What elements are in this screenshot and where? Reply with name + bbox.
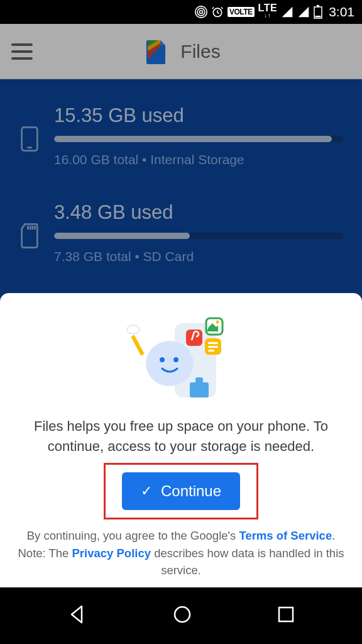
volte-badge: VOLTE — [228, 7, 255, 17]
status-bar: VOLTE LTE↓↑ 3:01 — [0, 0, 362, 24]
svg-point-14 — [146, 341, 194, 386]
check-icon: ✓ — [141, 483, 152, 499]
svg-rect-5 — [317, 5, 319, 7]
privacy-link[interactable]: Privacy Policy — [72, 547, 151, 560]
back-icon[interactable] — [67, 604, 88, 628]
svg-rect-20 — [195, 377, 203, 384]
continue-label: Continue — [161, 482, 221, 500]
svg-rect-29 — [279, 608, 293, 621]
svg-point-28 — [175, 607, 190, 622]
continue-button[interactable]: ✓ Continue — [122, 472, 240, 510]
tos-link[interactable]: Terms of Service — [239, 529, 332, 542]
hotspot-icon — [195, 6, 207, 18]
svg-point-18 — [127, 325, 140, 334]
signal-2-icon — [297, 6, 310, 18]
nav-bar — [0, 587, 362, 644]
svg-rect-6 — [315, 16, 321, 18]
legal-text: By continuing, you agree to the Google's… — [15, 527, 347, 579]
lte-indicator: LTE↓↑ — [258, 4, 278, 19]
cleanup-illustration-icon — [112, 312, 250, 406]
svg-point-1 — [197, 8, 205, 16]
svg-rect-27 — [208, 350, 214, 352]
permission-sheet: Files helps you free up space on your ph… — [0, 293, 362, 587]
highlight-annotation: ✓ Continue — [104, 463, 258, 519]
battery-icon — [314, 5, 322, 19]
svg-point-23 — [216, 321, 219, 324]
svg-rect-17 — [131, 335, 144, 356]
home-icon[interactable] — [172, 604, 193, 628]
svg-rect-19 — [190, 382, 209, 397]
svg-point-15 — [160, 357, 165, 362]
svg-point-0 — [199, 11, 202, 14]
clock: 3:01 — [329, 4, 354, 19]
svg-rect-25 — [208, 342, 218, 344]
svg-point-16 — [173, 357, 178, 362]
signal-1-icon — [281, 6, 293, 18]
recent-icon[interactable] — [277, 605, 295, 626]
alarm-icon — [211, 6, 224, 18]
permission-message: Files helps you free up space on your ph… — [15, 416, 347, 457]
svg-rect-26 — [208, 346, 218, 348]
